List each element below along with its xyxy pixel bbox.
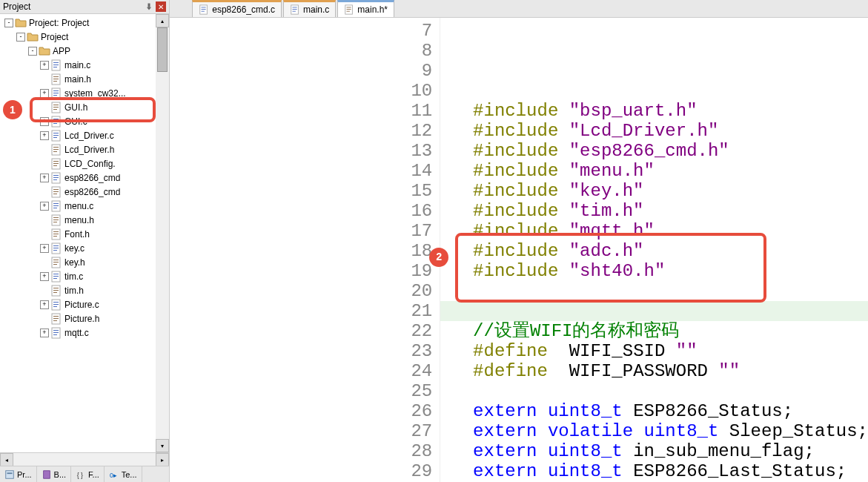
expander-icon[interactable]: + <box>40 89 49 98</box>
scroll-down-button[interactable]: ▾ <box>156 439 169 452</box>
tree-file-18[interactable]: Picture.h <box>1 311 154 326</box>
tree-item-label: system_cw32... <box>64 88 126 99</box>
tree-file-15[interactable]: +tim.c <box>1 269 154 283</box>
code-line: #include "tim.h" <box>451 201 868 221</box>
tree-file-6[interactable]: Lcd_Driver.h <box>1 142 154 156</box>
svg-rect-3 <box>53 65 59 65</box>
svg-rect-4 <box>53 67 57 67</box>
svg-rect-74 <box>53 316 59 317</box>
bottom-tab-label: B... <box>54 470 67 479</box>
folder-icon <box>15 17 27 29</box>
bottom-tab-1[interactable]: B... <box>37 466 72 482</box>
svg-rect-36 <box>53 179 57 180</box>
expander-icon[interactable]: + <box>40 272 49 281</box>
svg-rect-12 <box>53 95 57 96</box>
expander-icon[interactable]: + <box>40 202 49 211</box>
code-line: extern uint8_t in_sub_menu_flag; <box>451 441 868 461</box>
scroll-up-button[interactable]: ▴ <box>156 14 169 27</box>
svg-rect-67 <box>53 290 59 291</box>
svg-rect-70 <box>53 302 59 303</box>
tree-file-9[interactable]: esp8266_cmd <box>1 185 154 199</box>
svg-rect-72 <box>53 306 57 307</box>
book-icon <box>42 469 52 480</box>
svg-rect-92 <box>293 11 296 12</box>
editor-tab-0[interactable]: esp8266_cmd.c <box>192 0 282 17</box>
tree-file-2[interactable]: +system_cw32... <box>1 86 154 100</box>
pin-icon[interactable] <box>144 1 154 12</box>
bottom-tab-0[interactable]: Pr... <box>0 466 37 482</box>
tree-file-3[interactable]: GUI.h <box>1 100 154 114</box>
code-line: //设置WIFI的名称和密码 <box>451 321 868 341</box>
code-line: extern uint8_t ESP8266_Last_Status; <box>451 461 868 481</box>
file-icon <box>50 228 62 240</box>
close-icon[interactable]: ✕ <box>156 1 166 12</box>
tree-project[interactable]: -Project <box>1 30 154 44</box>
svg-text:{ }: { } <box>77 471 83 478</box>
scroll-thumb[interactable] <box>157 27 168 72</box>
svg-rect-6 <box>53 76 59 77</box>
file-icon <box>50 158 62 170</box>
tree-file-12[interactable]: Font.h <box>1 227 154 241</box>
project-tree[interactable]: 1 -Project: Project-Project-APP+main.cma… <box>0 14 156 452</box>
tree-file-1[interactable]: main.h <box>1 72 154 86</box>
hscroll-left-button[interactable]: ◂ <box>0 453 13 466</box>
expander-icon[interactable]: + <box>40 131 49 140</box>
editor-tab-2[interactable]: main.h* <box>337 0 394 17</box>
tree-file-10[interactable]: +menu.c <box>1 199 154 213</box>
tree-file-16[interactable]: tim.h <box>1 283 154 297</box>
bottom-tab-label: Te... <box>122 470 137 479</box>
expander-icon[interactable]: + <box>40 300 49 309</box>
tree-item-label: key.c <box>64 243 85 254</box>
tree-folder-app[interactable]: -APP <box>1 44 154 58</box>
annotation-1: 1 <box>3 100 22 119</box>
svg-rect-15 <box>53 107 59 108</box>
tree-root[interactable]: -Project: Project <box>1 16 154 30</box>
bottom-tab-3[interactable]: 0▸Te... <box>105 466 142 482</box>
svg-rect-75 <box>53 318 59 319</box>
expander-icon[interactable]: + <box>40 61 49 70</box>
file-icon <box>50 59 62 71</box>
expander-icon[interactable]: + <box>40 244 49 253</box>
svg-rect-58 <box>53 260 59 260</box>
svg-rect-7 <box>53 79 59 79</box>
file-icon <box>50 271 62 283</box>
expander-icon[interactable]: - <box>4 19 13 27</box>
tree-file-17[interactable]: +Picture.c <box>1 297 154 311</box>
tree-file-5[interactable]: +Lcd_Driver.c <box>1 128 154 142</box>
expander-icon[interactable]: + <box>40 174 49 182</box>
tree-item-label: Picture.h <box>64 314 99 324</box>
expander-icon[interactable]: + <box>40 329 49 337</box>
svg-rect-40 <box>53 194 57 194</box>
tree-file-14[interactable]: key.h <box>1 255 154 269</box>
svg-rect-76 <box>53 320 57 321</box>
tree-file-0[interactable]: +main.c <box>1 58 154 72</box>
tree-scrollbar[interactable]: ▴ ▾ <box>156 14 169 452</box>
tree-file-13[interactable]: +key.c <box>1 241 154 255</box>
svg-rect-80 <box>53 334 57 335</box>
expander-icon[interactable]: + <box>40 117 49 126</box>
tree-file-4[interactable]: +GUI.c <box>1 114 154 128</box>
expander-icon[interactable]: - <box>28 47 37 56</box>
tree-file-8[interactable]: +esp8266_cmd <box>1 171 154 185</box>
tree-item-label: menu.h <box>64 215 94 225</box>
svg-rect-20 <box>53 123 57 124</box>
svg-rect-71 <box>53 304 59 305</box>
svg-rect-50 <box>53 231 59 232</box>
bottom-tab-label: Pr... <box>17 470 32 479</box>
code-editor[interactable]: 2 #include "bsp_uart.h" #include "Lcd_Dr… <box>440 18 868 482</box>
svg-rect-91 <box>293 9 297 10</box>
editor-tab-1[interactable]: main.c <box>283 0 336 17</box>
tree-item-label: esp8266_cmd <box>64 173 120 183</box>
hscroll-right-button[interactable]: ▸ <box>156 453 169 466</box>
svg-rect-52 <box>53 236 57 237</box>
svg-rect-2 <box>53 62 59 63</box>
tree-file-19[interactable]: +mqtt.c <box>1 326 154 340</box>
tree-item-label: GUI.c <box>64 116 87 127</box>
tree-item-label: Project <box>41 32 68 42</box>
expander-icon[interactable]: - <box>16 33 25 42</box>
tree-file-7[interactable]: LCD_Config. <box>1 156 154 171</box>
svg-rect-22 <box>53 133 59 133</box>
bottom-tab-2[interactable]: { }F... <box>71 466 105 482</box>
tree-file-11[interactable]: menu.h <box>1 213 154 227</box>
func-icon: { } <box>76 469 86 480</box>
